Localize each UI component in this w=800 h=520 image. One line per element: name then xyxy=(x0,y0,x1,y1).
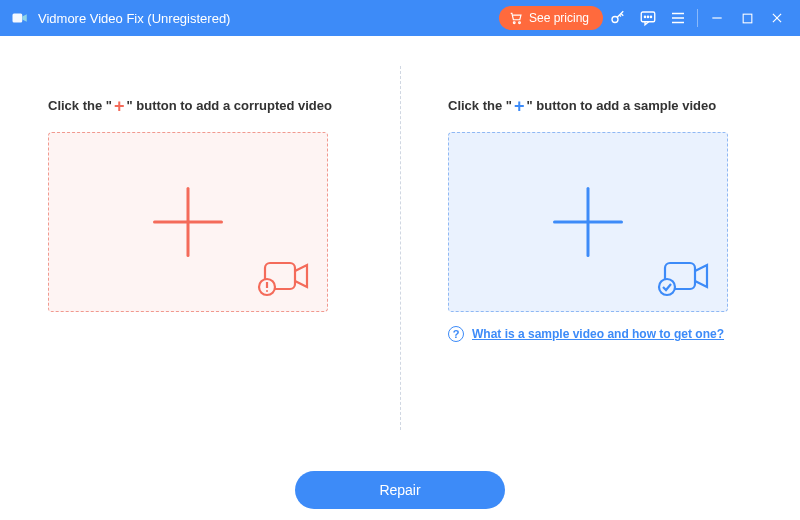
corrupted-video-pane: Click the " + " button to add a corrupte… xyxy=(0,36,400,460)
instruction-pre: Click the " xyxy=(448,98,512,113)
sample-video-help-link[interactable]: What is a sample video and how to get on… xyxy=(472,326,724,343)
instruction-post: " button to add a corrupted video xyxy=(126,98,332,113)
corrupted-instruction: Click the " + " button to add a corrupte… xyxy=(48,96,352,114)
svg-point-20 xyxy=(659,279,675,295)
camera-error-icon xyxy=(257,257,313,297)
cart-icon xyxy=(509,11,523,25)
key-icon xyxy=(609,9,627,27)
main-content: Click the " + " button to add a corrupte… xyxy=(0,36,800,460)
vertical-divider xyxy=(400,66,401,430)
close-icon xyxy=(770,11,784,25)
plus-icon-red-inline: + xyxy=(114,97,125,115)
see-pricing-label: See pricing xyxy=(529,11,589,25)
svg-point-5 xyxy=(644,16,645,17)
chat-icon xyxy=(639,9,657,27)
feedback-button[interactable] xyxy=(633,0,663,36)
sample-video-pane: Click the " + " button to add a sample v… xyxy=(400,36,800,460)
svg-point-18 xyxy=(266,290,268,292)
svg-point-7 xyxy=(650,16,651,17)
svg-point-6 xyxy=(647,16,648,17)
see-pricing-button[interactable]: See pricing xyxy=(499,6,603,30)
plus-icon xyxy=(553,187,623,257)
menu-button[interactable] xyxy=(663,0,693,36)
svg-point-2 xyxy=(519,22,521,24)
plus-icon-blue-inline: + xyxy=(514,97,525,115)
instruction-pre: Click the " xyxy=(48,98,112,113)
minimize-button[interactable] xyxy=(702,0,732,36)
titlebar-separator xyxy=(697,9,698,27)
key-button[interactable] xyxy=(603,0,633,36)
minimize-icon xyxy=(710,11,724,25)
camera-check-icon xyxy=(657,257,713,297)
instruction-post: " button to add a sample video xyxy=(526,98,716,113)
sample-instruction: Click the " + " button to add a sample v… xyxy=(448,96,752,114)
svg-rect-12 xyxy=(743,14,752,23)
help-row: ? What is a sample video and how to get … xyxy=(448,326,728,343)
svg-point-3 xyxy=(612,17,618,23)
footer: Repair xyxy=(0,460,800,520)
hamburger-icon xyxy=(669,9,687,27)
titlebar: Vidmore Video Fix (Unregistered) See pri… xyxy=(0,0,800,36)
app-title: Vidmore Video Fix (Unregistered) xyxy=(38,11,230,26)
svg-point-1 xyxy=(513,22,515,24)
close-button[interactable] xyxy=(762,0,792,36)
maximize-icon xyxy=(741,12,754,25)
app-logo-icon xyxy=(10,8,30,28)
help-icon: ? xyxy=(448,326,464,342)
repair-label: Repair xyxy=(379,482,420,498)
svg-rect-0 xyxy=(13,14,23,23)
add-sample-video-dropzone[interactable] xyxy=(448,132,728,312)
repair-button[interactable]: Repair xyxy=(295,471,505,509)
maximize-button[interactable] xyxy=(732,0,762,36)
plus-icon xyxy=(153,187,223,257)
add-corrupted-video-dropzone[interactable] xyxy=(48,132,328,312)
